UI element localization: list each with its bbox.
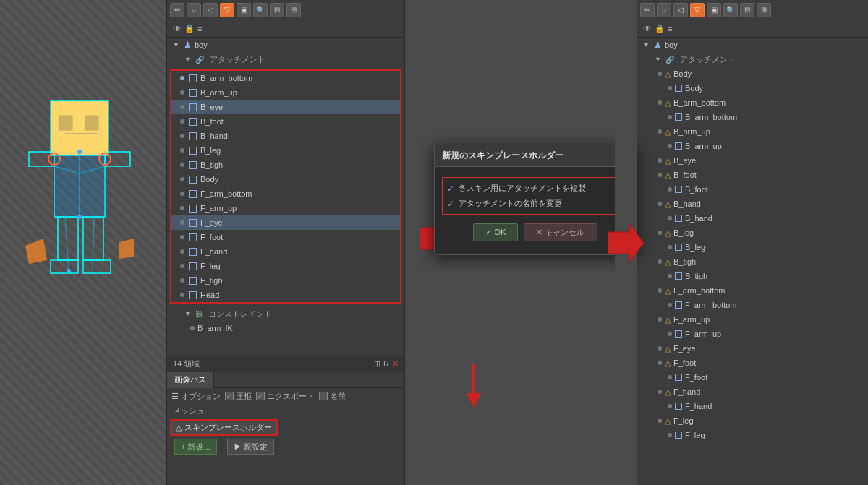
dot-rs-f-arm-bottom xyxy=(668,303,672,307)
tree-item-f-tigh[interactable]: F_tigh xyxy=(171,273,400,288)
cb-atsu-box[interactable] xyxy=(225,392,234,400)
dot-head xyxy=(180,293,184,297)
label-f-arm-up: F_arm_up xyxy=(200,204,237,213)
right-bone-f-foot[interactable]: △ F_foot xyxy=(637,356,868,370)
cb-export-box[interactable] xyxy=(256,392,265,400)
right-slot-f-hand[interactable]: F_hand xyxy=(637,399,868,413)
tree-item-b-leg[interactable]: B_leg xyxy=(171,143,400,158)
export-tool-btn[interactable]: ⊞ xyxy=(286,3,301,17)
ok-button[interactable]: ✓ OK xyxy=(473,223,518,241)
dot-r-f-arm-up xyxy=(658,317,662,322)
constraint-icon: ⛓ xyxy=(195,310,203,318)
right-rect-btn[interactable]: ▣ xyxy=(707,3,721,17)
right-slot-f-foot[interactable]: F_foot xyxy=(637,370,868,385)
dot-r-f-leg xyxy=(658,419,662,423)
right-slot-b-tigh[interactable]: B_tigh xyxy=(637,269,868,283)
r-label-f-arm-bottom-slot: F_arm_bottom xyxy=(685,301,737,309)
tree-item-b-tigh[interactable]: B_tigh xyxy=(171,158,400,172)
tree-item-b-hand[interactable]: B_hand xyxy=(171,129,400,143)
skin-placeholder-btn[interactable]: △ スキンプレースホルダー xyxy=(170,419,278,436)
right-root-item[interactable]: ▼ ♟ boy xyxy=(637,38,868,52)
attachment-section-label: アタッチメント xyxy=(207,54,265,65)
right-slot-body[interactable]: Body xyxy=(637,81,868,95)
tree-item-f-arm-up[interactable]: F_arm_up xyxy=(171,201,400,215)
label-b-hand: B_hand xyxy=(200,132,228,140)
tree-item-b-foot[interactable]: B_foot xyxy=(171,114,400,129)
dot-r-b-leg xyxy=(658,231,662,235)
tree-item-b-arm-up[interactable]: B_arm_up xyxy=(171,85,400,100)
right-bone-f-arm-bottom[interactable]: △ F_arm_bottom xyxy=(637,283,868,298)
right-slot-b-hand[interactable]: B_hand xyxy=(637,211,868,226)
tree-item-b-arm-ik[interactable]: B_arm_IK xyxy=(167,321,404,335)
tree-item-f-foot[interactable]: F_foot xyxy=(171,230,400,244)
right-slot-f-arm-up[interactable]: F_arm_up xyxy=(637,327,868,341)
parent-setting-btn[interactable]: ▶ 親設定 xyxy=(227,439,274,455)
right-bone-b-eye[interactable]: △ B_eye xyxy=(637,153,868,168)
cb-name[interactable]: 名前 xyxy=(319,391,346,402)
right-bone-b-arm-up[interactable]: △ B_arm_up xyxy=(637,124,868,139)
dialog-title: 新規のスキンプレースホルダー xyxy=(435,145,636,167)
attachment-section[interactable]: ▼ 🔗 アタッチメント xyxy=(167,52,404,66)
tree-item-f-arm-bottom[interactable]: F_arm_bottom xyxy=(171,186,400,201)
rect-tool-btn[interactable]: ▣ xyxy=(237,3,251,17)
dot-f-arm-up xyxy=(180,206,184,210)
cb-name-box[interactable] xyxy=(319,392,328,400)
right-bone-f-hand[interactable]: △ F_hand xyxy=(637,385,868,399)
right-slot-b-leg[interactable]: B_leg xyxy=(637,240,868,254)
tree-item-f-leg[interactable]: F_leg xyxy=(171,259,400,273)
right-bone-f-arm-up[interactable]: △ F_arm_up xyxy=(637,312,868,327)
right-import-btn[interactable]: ⊟ xyxy=(740,3,754,17)
tree-item-b-arm-bottom[interactable]: B_arm_bottom xyxy=(171,71,400,85)
import-tool-btn[interactable]: ⊟ xyxy=(270,3,284,17)
right-slot-b-arm-up[interactable]: B_arm_up xyxy=(637,139,868,153)
right-slot-b-arm-bottom[interactable]: B_arm_bottom xyxy=(637,110,868,124)
eraser-tool-btn[interactable]: ◁ xyxy=(203,3,218,17)
svg-point-23 xyxy=(77,215,82,219)
tree-item-body[interactable]: Body xyxy=(171,172,400,186)
tree-item-f-eye[interactable]: F_eye xyxy=(171,215,400,230)
r-label-b-hand-bone: B_hand xyxy=(673,199,701,208)
square-icon-f-hand xyxy=(187,246,197,257)
filter-tool-btn[interactable]: ▽ xyxy=(220,3,234,17)
pencil-tool-btn[interactable]: ✏ xyxy=(170,3,184,17)
cancel-button[interactable]: ✕ キャンセル xyxy=(524,223,597,241)
right-hierarchy-icon: ≡ xyxy=(668,25,672,33)
right-bone-f-leg[interactable]: △ F_leg xyxy=(637,413,868,428)
right-bone-f-eye[interactable]: △ F_eye xyxy=(637,341,868,356)
tab-image-path[interactable]: 画像パス xyxy=(167,372,214,388)
right-bone-b-hand[interactable]: △ B_hand xyxy=(637,197,868,211)
right-circle-btn[interactable]: ○ xyxy=(657,3,671,17)
right-filter-btn[interactable]: ▽ xyxy=(690,3,705,17)
right-slot-f-arm-bottom[interactable]: F_arm_bottom xyxy=(637,298,868,312)
new-btn[interactable]: + 新規... xyxy=(174,439,217,455)
right-pencil-btn[interactable]: ✏ xyxy=(640,3,655,17)
right-bone-b-leg[interactable]: △ B_leg xyxy=(637,226,868,240)
status-btn3[interactable]: ✕ xyxy=(392,359,399,369)
constraint-section[interactable]: ▼ ⛓ コンストレイント xyxy=(167,306,404,321)
search-tool-btn[interactable]: 🔍 xyxy=(253,3,268,17)
right-attachment-section[interactable]: ▼ 🔗 アタッチメント xyxy=(637,52,868,66)
right-slot-f-leg[interactable]: F_leg xyxy=(637,428,868,442)
right-slot-b-foot[interactable]: B_foot xyxy=(637,182,868,197)
right-bone-b-tigh[interactable]: △ B_tigh xyxy=(637,254,868,269)
slot-icon-f-arm-up xyxy=(675,330,682,338)
right-panel: ✏ ○ ◁ ▽ ▣ 🔍 ⊟ ⊞ 👁 🔒 ≡ ▼ ♟ boy ▼ 🔗 アタッチメン… xyxy=(637,0,868,485)
cb-export[interactable]: エクスポート xyxy=(256,391,315,402)
right-export-btn[interactable]: ⊞ xyxy=(757,3,771,17)
label-f-tigh: F_tigh xyxy=(200,276,223,285)
svg-rect-11 xyxy=(51,101,109,155)
right-search-btn[interactable]: 🔍 xyxy=(723,3,738,17)
tree-item-f-hand[interactable]: F_hand xyxy=(171,244,400,259)
right-bone-b-arm-bottom[interactable]: △ B_arm_bottom xyxy=(637,95,868,110)
tree-item-head[interactable]: Head xyxy=(171,288,400,302)
status-btn2[interactable]: R xyxy=(383,359,389,369)
tree-item-b-eye[interactable]: B_eye xyxy=(171,100,400,114)
circle-tool-btn[interactable]: ○ xyxy=(187,3,201,17)
label-head: Head xyxy=(200,291,219,299)
right-bone-body[interactable]: △ Body xyxy=(637,66,868,81)
right-bone-b-foot[interactable]: △ B_foot xyxy=(637,168,868,182)
right-eraser-btn[interactable]: ◁ xyxy=(673,3,688,17)
tree-root-item[interactable]: ▼ ♟ boy xyxy=(167,38,404,52)
cb-atsu[interactable]: 圧拒 xyxy=(225,391,252,402)
status-btn1[interactable]: ⊞ xyxy=(374,359,380,369)
